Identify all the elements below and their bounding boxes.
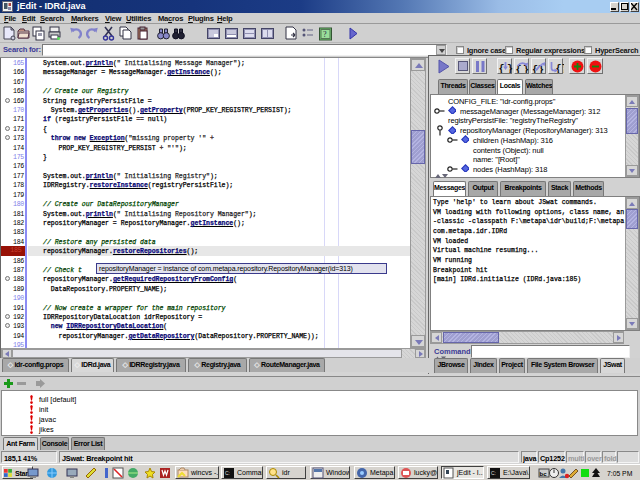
svg-text:}: }	[507, 64, 513, 74]
svg-text:{}: {}	[556, 64, 565, 74]
svg-text:bc: bc	[540, 471, 548, 477]
svg-text:{: {	[499, 64, 505, 74]
svg-text:}: }	[523, 65, 529, 74]
svg-text:C:: C:	[225, 470, 230, 476]
svg-text:?: ?	[323, 30, 327, 39]
svg-text:C:: C:	[491, 470, 496, 476]
